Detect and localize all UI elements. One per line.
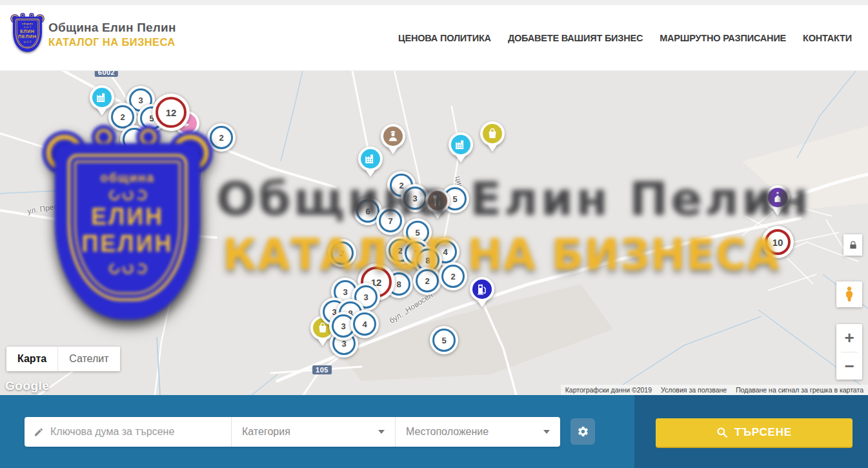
pin-tail xyxy=(487,143,498,152)
map-type-map-button[interactable]: Карта xyxy=(6,347,57,371)
site-subtitle: КАТАЛОГ НА БИЗНЕСА xyxy=(48,36,176,48)
bag-icon xyxy=(485,127,500,141)
pin-marker-factory[interactable] xyxy=(87,85,117,124)
cluster-count: 5 xyxy=(452,194,457,204)
pin-marker-church[interactable] xyxy=(763,185,792,224)
factory-icon xyxy=(95,90,109,105)
map-type-satellite-button[interactable]: Сателит xyxy=(57,347,119,371)
nav-item-timetable[interactable]: МАРШРУТНО РАЗПИСАНИЕ xyxy=(660,33,786,43)
cluster-marker[interactable]: 7 xyxy=(376,207,405,235)
attribution-copyright: Картографски данни ©2019 xyxy=(561,386,656,394)
pin-circle xyxy=(425,188,450,213)
search-bar: Категория Местоположение Т xyxy=(0,395,868,468)
cluster-count: 4 xyxy=(362,320,367,329)
pin-marker-cutlery[interactable] xyxy=(423,188,452,227)
cluster-count: 3 xyxy=(343,287,347,297)
cluster-marker[interactable]: 2 xyxy=(439,262,467,290)
cluster-count: 3 xyxy=(138,96,143,105)
main-nav: ЦЕНОВА ПОЛИТИКА ДОБАВЕТЕ ВАШИЯТ БИЗНЕС М… xyxy=(398,5,852,70)
cluster-marker[interactable] xyxy=(120,125,148,154)
factory-icon xyxy=(363,152,378,166)
cluster-count: 2 xyxy=(219,133,223,143)
worker-icon xyxy=(386,129,400,143)
pegman-control[interactable] xyxy=(836,281,862,307)
settings-button[interactable] xyxy=(570,418,595,445)
top-strip xyxy=(0,0,868,5)
pin-circle xyxy=(381,124,405,148)
pencil-icon xyxy=(34,427,44,438)
cluster-count: 8 xyxy=(396,280,401,289)
cluster-marker[interactable]: 4 xyxy=(350,310,379,338)
pin-tail xyxy=(181,133,193,141)
gear-icon xyxy=(577,425,589,438)
header: община ЕЛИН ПЕЛИН Община Елин Пелин КАТА… xyxy=(0,5,868,71)
pin-tail xyxy=(476,299,488,307)
cluster-count: 2 xyxy=(339,249,344,258)
pin-tail xyxy=(772,207,783,216)
pin-marker-bag[interactable] xyxy=(478,121,507,160)
search-group: Категория Местоположение xyxy=(25,417,560,447)
logo-crest: община ЕЛИН ПЕЛИН xyxy=(13,15,43,53)
pin-circle xyxy=(765,185,790,210)
pin-circle xyxy=(470,277,494,301)
google-logo[interactable]: Google xyxy=(5,379,49,393)
search-button[interactable]: ТЪРСЕНЕ xyxy=(656,418,853,448)
cluster-count: 3 xyxy=(412,194,417,203)
search-bar-right: ТЪРСЕНЕ xyxy=(634,395,868,468)
nav-item-contacts[interactable]: КОНТАКТИ xyxy=(803,33,852,43)
zoom-in-button[interactable]: + xyxy=(836,324,862,352)
pin-tail xyxy=(317,338,328,346)
page: община ЕЛИН ПЕЛИН Община Елин Пелин КАТА… xyxy=(0,0,868,468)
lock-button[interactable] xyxy=(843,234,862,256)
pin-marker-fuel[interactable] xyxy=(467,277,497,316)
keyword-field xyxy=(25,417,231,447)
cluster-count: 8 xyxy=(425,256,430,265)
category-select[interactable]: Категория xyxy=(231,417,395,447)
cluster-count: 3 xyxy=(341,321,345,331)
pin-circle xyxy=(449,132,473,157)
pin-marker-factory[interactable] xyxy=(446,132,476,171)
cluster-marker[interactable]: 2 xyxy=(328,239,356,267)
nav-item-pricing[interactable]: ЦЕНОВА ПОЛИТИКА xyxy=(398,33,491,43)
cluster-marker[interactable]: 5 xyxy=(430,326,458,354)
cluster-marker[interactable]: 12 xyxy=(152,94,190,131)
church-icon xyxy=(771,190,785,205)
pin-tail xyxy=(365,168,376,177)
pin-circle xyxy=(480,121,505,146)
map[interactable]: ул. Преславбул. „Новоселции"6002105 3251… xyxy=(0,71,868,395)
site-logo[interactable]: община ЕЛИН ПЕЛИН Община Елин Пелин КАТА… xyxy=(13,15,176,53)
fuel-icon xyxy=(475,282,489,296)
pegman-icon xyxy=(842,286,857,303)
pin-tail xyxy=(387,146,399,154)
caret-down-icon xyxy=(378,430,385,434)
category-value: Категория xyxy=(242,426,290,438)
pin-tail xyxy=(455,154,467,163)
pin-circle xyxy=(90,85,114,110)
cluster-marker[interactable]: 2 xyxy=(207,123,236,152)
cluster-count: 7 xyxy=(388,216,392,226)
cluster-count: 2 xyxy=(120,112,125,122)
cluster-marker[interactable]: 10 xyxy=(762,226,794,258)
keyword-input[interactable] xyxy=(44,426,231,438)
cluster-count: 10 xyxy=(772,237,783,248)
cluster-count: 2 xyxy=(450,272,455,281)
location-select[interactable]: Местоположение xyxy=(395,417,560,447)
nav-item-add-business[interactable]: ДОБАВЕТЕ ВАШИЯТ БИЗНЕС xyxy=(508,33,643,43)
caret-down-icon xyxy=(543,430,550,434)
cluster-count: 3 xyxy=(363,292,368,302)
cluster-marker[interactable]: 2 xyxy=(413,267,441,295)
cluster-count: 5 xyxy=(441,336,446,345)
attribution-terms-link[interactable]: Условия за ползване xyxy=(656,386,731,394)
zoom-out-button[interactable]: − xyxy=(836,352,862,380)
cluster-count: 4 xyxy=(443,247,447,257)
cluster-count: 2 xyxy=(425,276,429,286)
attribution-report-link[interactable]: Подаване на сигнал за грешка в картата xyxy=(731,386,868,394)
zoom-control: + − xyxy=(836,324,862,380)
lock-icon xyxy=(849,241,858,250)
cluster-count: 2 xyxy=(399,181,403,190)
crest-small-text: община xyxy=(22,22,33,25)
map-type-control: Карта Сателит xyxy=(6,347,120,371)
cluster-count: 12 xyxy=(166,107,177,118)
pin-marker-worker[interactable] xyxy=(378,124,408,163)
map-attribution: Картографски данни ©2019 Условия за полз… xyxy=(561,385,868,395)
